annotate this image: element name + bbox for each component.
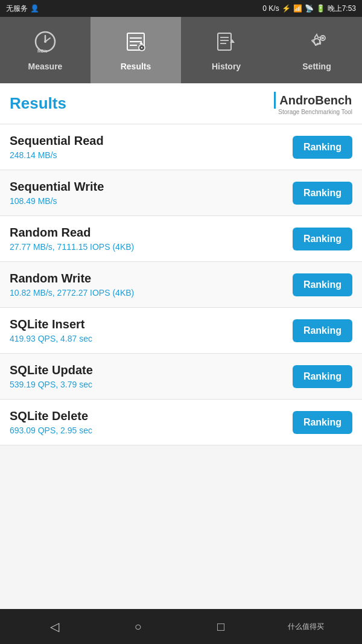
results-icon	[124, 30, 148, 57]
page-title: Results	[10, 94, 66, 113]
time-text: 晚上7:53	[328, 4, 356, 14]
measure-icon: MB/s	[33, 30, 57, 57]
benchmark-row: Sequential Write 108.49 MB/s Ranking	[0, 170, 362, 216]
benchmark-name-0: Sequential Read	[10, 134, 293, 148]
brand-text: 什么值得买	[288, 622, 324, 632]
tab-measure-label: Measure	[28, 62, 63, 71]
home-button[interactable]: ○	[122, 615, 154, 639]
nav-tabs: MB/s Measure Results	[0, 17, 362, 83]
ranking-btn-5[interactable]: Ranking	[293, 365, 352, 388]
logo-sub: Storage Benchmarking Tool	[278, 109, 352, 115]
benchmark-name-3: Random Write	[10, 272, 293, 285]
ranking-btn-6[interactable]: Ranking	[293, 411, 352, 434]
logo-main: AndroBench	[274, 92, 352, 109]
benchmark-name-1: Sequential Write	[10, 180, 293, 194]
svg-text:MB/s: MB/s	[37, 49, 48, 53]
tab-results[interactable]: Results	[91, 17, 181, 83]
ranking-btn-0[interactable]: Ranking	[293, 136, 352, 159]
logo-bar	[274, 92, 276, 109]
bottom-bar: ◁ ○ □ 什么值得买	[0, 609, 362, 644]
benchmark-name-6: SQLite Delete	[10, 409, 293, 423]
setting-icon	[305, 30, 329, 57]
status-left: 无服务 👤	[6, 4, 39, 14]
logo-text: AndroBench	[279, 94, 352, 107]
benchmark-value-4: 419.93 QPS, 4.87 sec	[10, 334, 293, 343]
recent-button[interactable]: □	[205, 615, 237, 639]
results-header: Results AndroBench Storage Benchmarking …	[0, 83, 362, 124]
svg-point-1	[44, 40, 46, 43]
tab-setting-label: Setting	[302, 62, 331, 71]
benchmark-info-5: SQLite Update 539.19 QPS, 3.79 sec	[10, 363, 293, 389]
tab-history-label: History	[212, 62, 241, 71]
tab-setting[interactable]: Setting	[272, 17, 362, 83]
battery-icon: 🔋	[316, 4, 325, 13]
content-area: Results AndroBench Storage Benchmarking …	[0, 83, 362, 609]
ranking-btn-4[interactable]: Ranking	[293, 319, 352, 342]
svg-point-16	[322, 37, 324, 39]
androbench-logo: AndroBench Storage Benchmarking Tool	[274, 92, 352, 115]
benchmark-value-3: 10.82 MB/s, 2772.27 IOPS (4KB)	[10, 288, 293, 298]
benchmark-value-5: 539.19 QPS, 3.79 sec	[10, 380, 293, 389]
benchmark-row: SQLite Insert 419.93 QPS, 4.87 sec Ranki…	[0, 308, 362, 354]
back-button[interactable]: ◁	[38, 614, 71, 639]
benchmark-value-0: 248.14 MB/s	[10, 150, 293, 160]
benchmark-info-1: Sequential Write 108.49 MB/s	[10, 180, 293, 206]
ranking-btn-1[interactable]: Ranking	[293, 182, 352, 205]
benchmark-value-1: 108.49 MB/s	[10, 196, 293, 206]
benchmark-info-2: Random Read 27.77 MB/s, 7111.15 IOPS (4K…	[10, 226, 293, 252]
benchmark-info-3: Random Write 10.82 MB/s, 2772.27 IOPS (4…	[10, 272, 293, 298]
ranking-btn-3[interactable]: Ranking	[293, 273, 352, 296]
signal-icon: 📡	[305, 4, 314, 13]
benchmark-list: Sequential Read 248.14 MB/s Ranking Sequ…	[0, 124, 362, 445]
speed-text: 0 K/s	[262, 4, 279, 13]
tab-history[interactable]: History	[181, 17, 272, 83]
ranking-btn-2[interactable]: Ranking	[293, 228, 352, 250]
benchmark-row: SQLite Update 539.19 QPS, 3.79 sec Ranki…	[0, 354, 362, 400]
bluetooth-icon: ⚡	[282, 4, 291, 13]
benchmark-value-6: 693.09 QPS, 2.95 sec	[10, 426, 293, 435]
user-icon: 👤	[30, 4, 39, 13]
benchmark-value-2: 27.77 MB/s, 7111.15 IOPS (4KB)	[10, 242, 293, 252]
wifi-icon: 📶	[293, 4, 302, 13]
benchmark-name-5: SQLite Update	[10, 363, 293, 377]
benchmark-name-4: SQLite Insert	[10, 317, 293, 331]
svg-rect-10	[218, 33, 231, 50]
benchmark-row: Sequential Read 248.14 MB/s Ranking	[0, 124, 362, 170]
benchmark-info-4: SQLite Insert 419.93 QPS, 4.87 sec	[10, 317, 293, 343]
tab-measure[interactable]: MB/s Measure	[0, 17, 91, 83]
benchmark-row: Random Write 10.82 MB/s, 2772.27 IOPS (4…	[0, 262, 362, 308]
status-right: 0 K/s ⚡ 📶 📡 🔋 晚上7:53	[262, 4, 356, 14]
benchmark-row: Random Read 27.77 MB/s, 7111.15 IOPS (4K…	[0, 216, 362, 262]
no-service-text: 无服务	[6, 4, 28, 14]
benchmark-info-6: SQLite Delete 693.09 QPS, 2.95 sec	[10, 409, 293, 435]
benchmark-name-2: Random Read	[10, 226, 293, 240]
status-bar: 无服务 👤 0 K/s ⚡ 📶 📡 🔋 晚上7:53	[0, 0, 362, 17]
benchmark-row: SQLite Delete 693.09 QPS, 2.95 sec Ranki…	[0, 400, 362, 445]
history-icon	[214, 30, 238, 57]
tab-results-label: Results	[121, 62, 151, 71]
benchmark-info-0: Sequential Read 248.14 MB/s	[10, 134, 293, 160]
